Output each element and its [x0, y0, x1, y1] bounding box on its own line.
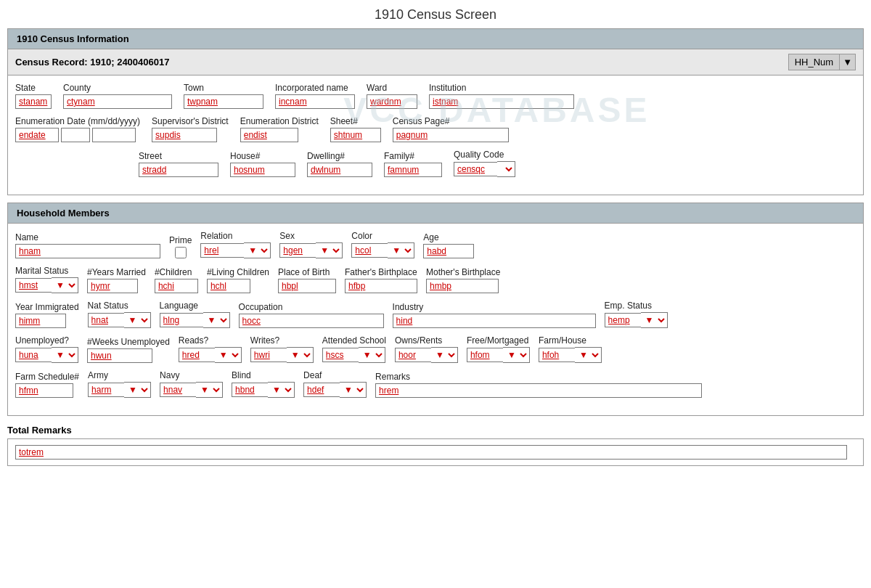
county-input[interactable]: [63, 94, 172, 109]
weeks-unemployed-label: #Weeks Unemployed: [87, 337, 170, 347]
navy-select[interactable]: ▼: [196, 382, 223, 398]
reads-select[interactable]: ▼: [215, 347, 242, 363]
state-input[interactable]: [15, 94, 52, 109]
enumeration-date-input[interactable]: [15, 128, 59, 142]
relation-input[interactable]: [200, 243, 244, 258]
navy-input[interactable]: [160, 383, 196, 397]
age-input[interactable]: [423, 244, 474, 258]
field-group-blind: Blind ▼: [232, 370, 295, 398]
year-immigrated-input[interactable]: [15, 314, 66, 328]
quality-code-select[interactable]: [497, 161, 515, 177]
writes-input[interactable]: [250, 348, 287, 362]
attended-school-label: Attended School: [322, 335, 386, 346]
hh-num-dropdown-btn[interactable]: ▼: [840, 54, 856, 70]
fathers-birthplace-input[interactable]: [345, 279, 417, 293]
census-page-label: Census Page#: [393, 116, 509, 126]
living-children-input[interactable]: [207, 279, 250, 293]
census-page-input[interactable]: [393, 128, 509, 142]
marital-status-select[interactable]: ▼: [52, 277, 78, 293]
unemployed-select[interactable]: ▼: [52, 347, 78, 363]
language-select[interactable]: ▼: [203, 312, 230, 328]
language-label: Language: [160, 301, 230, 311]
incorporated-name-input[interactable]: [275, 94, 355, 109]
reads-label: Reads?: [179, 335, 242, 346]
owns-rents-input[interactable]: [395, 348, 431, 362]
occupation-input[interactable]: [239, 314, 384, 328]
supervisors-district-input[interactable]: [152, 128, 217, 142]
army-select[interactable]: ▼: [124, 382, 151, 398]
deaf-input[interactable]: [303, 383, 340, 397]
language-input[interactable]: [160, 313, 203, 327]
unemployed-input[interactable]: [15, 348, 52, 362]
census-info-block: VCC DATABASE State County Town Incorpora…: [7, 75, 864, 195]
hh-num-control[interactable]: HH_Num ▼: [788, 54, 856, 70]
reads-input[interactable]: [179, 348, 215, 362]
occupation-label: Occupation: [239, 302, 384, 312]
prime-checkbox[interactable]: [175, 247, 187, 258]
ward-input[interactable]: [367, 94, 417, 109]
field-group-prime: Prime: [169, 235, 192, 258]
free-mortgaged-select[interactable]: ▼: [503, 347, 530, 363]
sheet-num-input[interactable]: [330, 128, 381, 142]
color-input[interactable]: [351, 243, 388, 258]
weeks-unemployed-input[interactable]: [87, 348, 152, 363]
total-remarks-section: Total Remarks: [7, 425, 864, 466]
children-input[interactable]: [155, 279, 198, 293]
dwelling-num-label: Dwelling#: [307, 151, 372, 161]
owns-rents-select[interactable]: ▼: [431, 347, 458, 363]
relation-select[interactable]: ▼: [244, 242, 271, 258]
field-row-2: Enumeration Date (mm/dd/yyyy) Supervisor…: [15, 116, 856, 142]
emp-status-input[interactable]: [605, 313, 641, 327]
institution-input[interactable]: [429, 94, 574, 109]
blind-select[interactable]: ▼: [268, 382, 295, 398]
field-group-county: County: [63, 83, 172, 109]
marital-status-input[interactable]: [15, 278, 52, 293]
farm-schedule-input[interactable]: [15, 383, 73, 398]
remarks-input[interactable]: [375, 383, 702, 398]
household-header: Household Members: [7, 203, 864, 224]
sex-input[interactable]: [279, 243, 316, 258]
nat-status-select[interactable]: ▼: [124, 312, 151, 328]
town-input[interactable]: [184, 94, 263, 109]
writes-label: Writes?: [250, 335, 314, 346]
street-input[interactable]: [139, 163, 218, 177]
blind-input[interactable]: [232, 383, 268, 397]
owns-rents-label: Owns/Rents: [395, 335, 458, 346]
field-group-family: Family#: [384, 151, 442, 177]
deaf-select[interactable]: ▼: [340, 382, 367, 398]
enumeration-district-input[interactable]: [240, 128, 298, 142]
writes-select[interactable]: ▼: [287, 347, 314, 363]
enumeration-date-mm[interactable]: [61, 128, 90, 142]
ward-label: Ward: [367, 83, 417, 93]
unemployed-label: Unemployed?: [15, 335, 78, 346]
house-num-input[interactable]: [230, 163, 295, 177]
mothers-birthplace-input[interactable]: [426, 279, 499, 293]
total-remarks-input[interactable]: [15, 445, 847, 460]
farm-house-select[interactable]: ▼: [575, 347, 602, 363]
sex-select[interactable]: ▼: [316, 242, 343, 258]
name-input[interactable]: [15, 244, 160, 258]
free-mortgaged-input[interactable]: [467, 348, 503, 362]
hh-num-button[interactable]: HH_Num: [788, 54, 840, 70]
attended-school-select[interactable]: ▼: [359, 347, 385, 363]
name-label: Name: [15, 232, 160, 242]
quality-code-input[interactable]: [454, 162, 497, 176]
remarks-label: Remarks: [375, 372, 702, 382]
field-group-relation: Relation ▼: [200, 231, 271, 258]
state-label: State: [15, 83, 52, 93]
industry-input[interactable]: [393, 314, 596, 328]
field-group-dwelling: Dwelling#: [307, 151, 372, 177]
place-of-birth-input[interactable]: [278, 279, 336, 293]
enumeration-date-yyyy[interactable]: [92, 128, 136, 142]
farm-house-input[interactable]: [539, 348, 575, 362]
nat-status-input[interactable]: [88, 313, 124, 327]
prime-label: Prime: [169, 235, 192, 245]
dwelling-num-input[interactable]: [307, 163, 372, 177]
family-num-input[interactable]: [384, 163, 442, 177]
color-select[interactable]: ▼: [388, 242, 414, 258]
years-married-input[interactable]: [87, 279, 138, 293]
army-input[interactable]: [88, 383, 124, 397]
industry-label: Industry: [393, 302, 596, 312]
attended-school-input[interactable]: [322, 348, 359, 362]
emp-status-select[interactable]: ▼: [641, 312, 668, 328]
